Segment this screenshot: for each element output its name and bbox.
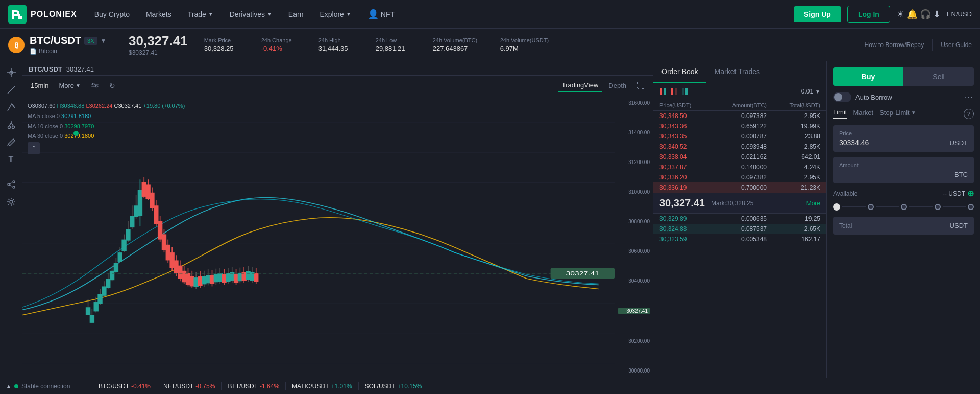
nav-buy-crypto[interactable]: Buy Crypto bbox=[87, 7, 137, 21]
more-options-button[interactable]: ··· bbox=[964, 92, 974, 102]
low-value: 29,881.21 bbox=[376, 44, 416, 52]
slider-dot-50[interactable] bbox=[901, 204, 907, 210]
bottom-ticker-sol[interactable]: SOL/USDT +10.15% bbox=[359, 383, 428, 390]
auto-borrow-row: Auto Borrow ··· bbox=[833, 92, 974, 102]
high-label: 24h High bbox=[318, 37, 359, 43]
bottom-ticker-matic[interactable]: MATIC/USDT +1.01% bbox=[286, 383, 358, 390]
nav-explore[interactable]: Explore ▼ bbox=[312, 7, 358, 21]
notification-icon[interactable]: 🔔 bbox=[906, 9, 918, 20]
user-guide-link[interactable]: User Guide bbox=[941, 41, 972, 49]
svg-rect-50 bbox=[118, 252, 122, 262]
more-button[interactable]: More ▼ bbox=[55, 80, 85, 91]
table-row[interactable]: 30,336.200.0973822.95K bbox=[653, 172, 826, 182]
line-tool[interactable] bbox=[4, 83, 18, 97]
svg-rect-118 bbox=[254, 273, 258, 282]
ticker-change-nft: -0.75% bbox=[195, 383, 215, 390]
current-price-label: 30327.41 bbox=[618, 308, 650, 314]
orderbook-mid: 30,327.41 Mark:30,328.25 More bbox=[653, 193, 826, 214]
slider-dot-75[interactable] bbox=[935, 204, 941, 210]
svg-line-10 bbox=[9, 123, 11, 126]
crosshair-tool[interactable] bbox=[4, 65, 18, 80]
top-nav: POLONIEX Buy Crypto Markets Trade ▼ Deri… bbox=[0, 0, 980, 29]
indicator-button[interactable] bbox=[87, 79, 103, 92]
market-tab[interactable]: Market bbox=[853, 109, 873, 119]
time-button[interactable]: 15min bbox=[27, 80, 53, 91]
price-level-4: 31000.00 bbox=[618, 189, 650, 195]
ob-more-button[interactable]: More bbox=[806, 200, 820, 207]
slider-dot-100[interactable] bbox=[968, 204, 974, 210]
login-button[interactable]: Log In bbox=[847, 6, 890, 23]
add-funds-icon[interactable]: ⊕ bbox=[967, 189, 974, 198]
ob-view-all[interactable] bbox=[659, 87, 667, 96]
refresh-button[interactable]: ↻ bbox=[105, 80, 119, 92]
expand-section-button[interactable]: ⌃ bbox=[28, 142, 40, 154]
table-row[interactable]: 30,323.590.005348162.17 bbox=[653, 234, 826, 244]
table-row[interactable]: 30,336.190.70000021.23K bbox=[653, 182, 826, 193]
language-selector[interactable]: EN/USD bbox=[947, 10, 972, 18]
ticker-symbol-area[interactable]: ₿ BTC/USDT 3X ▼ 📄 Bitcoin bbox=[8, 35, 120, 55]
settings-icon[interactable]: ☀ bbox=[896, 9, 904, 20]
btc-icon: ₿ bbox=[8, 37, 24, 53]
node-tool[interactable] bbox=[4, 177, 18, 192]
sell-tab[interactable]: Sell bbox=[903, 67, 974, 86]
buy-tab[interactable]: Buy bbox=[833, 67, 903, 86]
table-row[interactable]: 30,340.520.0939482.85K bbox=[653, 142, 826, 152]
nav-nft[interactable]: 👤 NFT bbox=[360, 6, 402, 23]
market-trades-tab[interactable]: Market Trades bbox=[706, 61, 768, 83]
amount-input[interactable] bbox=[839, 170, 954, 178]
available-label: Available bbox=[833, 190, 857, 197]
slider-dot-0[interactable] bbox=[833, 203, 840, 211]
svg-point-8 bbox=[8, 126, 10, 129]
signup-button[interactable]: Sign Up bbox=[794, 6, 841, 22]
nav-markets[interactable]: Markets bbox=[139, 7, 179, 21]
limit-tab[interactable]: Limit bbox=[833, 108, 847, 119]
slider-dot-25[interactable] bbox=[868, 204, 874, 210]
download-icon[interactable]: ⬇ bbox=[933, 9, 941, 20]
table-row[interactable]: 30,348.500.0973822.95K bbox=[653, 111, 826, 121]
ticker-dropdown-icon[interactable]: ▼ bbox=[101, 37, 107, 44]
nav-trade[interactable]: Trade ▼ bbox=[181, 7, 220, 21]
table-row[interactable]: 30,343.350.00078723.88 bbox=[653, 131, 826, 142]
table-row[interactable]: 30,337.870.1400004.24K bbox=[653, 162, 826, 172]
connection-status: ▲ Stable connection bbox=[6, 383, 88, 390]
ticker-subtitle[interactable]: Bitcoin bbox=[39, 48, 57, 55]
expand-button[interactable]: ⛶ bbox=[632, 79, 649, 92]
cut-tool[interactable] bbox=[4, 118, 18, 132]
order-help-icon[interactable]: ? bbox=[964, 109, 974, 119]
ma5-value: 30291.8180 bbox=[61, 113, 91, 119]
price-input[interactable] bbox=[839, 138, 950, 147]
logo-area[interactable]: POLONIEX bbox=[8, 5, 77, 24]
total-label: Total bbox=[839, 222, 852, 229]
borrow-repay-link[interactable]: How to Borrow/Repay bbox=[865, 41, 924, 49]
text-tool[interactable]: T bbox=[4, 152, 18, 167]
arrow-tool[interactable] bbox=[4, 100, 18, 114]
svg-point-16 bbox=[13, 186, 15, 188]
order-book-tab[interactable]: Order Book bbox=[653, 61, 706, 83]
ticker-main-price: 30,327.41 bbox=[129, 33, 188, 49]
ob-view-buy-only[interactable] bbox=[681, 87, 688, 96]
depth-tab[interactable]: Depth bbox=[604, 80, 630, 91]
ticker-change-btc: -0.41% bbox=[131, 383, 151, 390]
bottom-ticker-nft[interactable]: NFT/USDT -0.75% bbox=[157, 383, 221, 390]
nav-derivatives[interactable]: Derivatives ▼ bbox=[223, 7, 279, 21]
settings-tool[interactable] bbox=[4, 195, 18, 209]
table-row[interactable]: 30,343.360.65912219.99K bbox=[653, 121, 826, 131]
nav-earn[interactable]: Earn bbox=[281, 7, 311, 21]
bottom-ticker-btt[interactable]: BTT/USDT -1.64% bbox=[222, 383, 285, 390]
table-row[interactable]: 30,338.040.021162642.01 bbox=[653, 152, 826, 162]
status-indicator bbox=[14, 384, 18, 388]
table-row[interactable]: 30,324.830.0875372.65K bbox=[653, 224, 826, 234]
stop-limit-tab[interactable]: Stop-Limit ▼ bbox=[879, 109, 916, 119]
auto-borrow-toggle[interactable] bbox=[833, 92, 851, 102]
amount-label: Amount bbox=[839, 162, 859, 168]
table-row[interactable]: 30,329.890.00063519.25 bbox=[653, 214, 826, 224]
bottom-ticker-btc[interactable]: BTC/USDT -0.41% bbox=[92, 383, 157, 390]
trading-view-tab[interactable]: TradingView bbox=[558, 79, 603, 92]
mid-mark-value: Mark:30,328.25 bbox=[711, 200, 753, 207]
svg-rect-52 bbox=[121, 240, 126, 251]
buy-orders-container: 30,329.890.00063519.25 30,324.830.087537… bbox=[653, 214, 826, 244]
ob-view-sell-only[interactable] bbox=[671, 87, 677, 96]
pencil-tool[interactable] bbox=[4, 135, 18, 149]
headset-icon[interactable]: 🎧 bbox=[920, 9, 931, 20]
svg-rect-1 bbox=[18, 14, 20, 19]
